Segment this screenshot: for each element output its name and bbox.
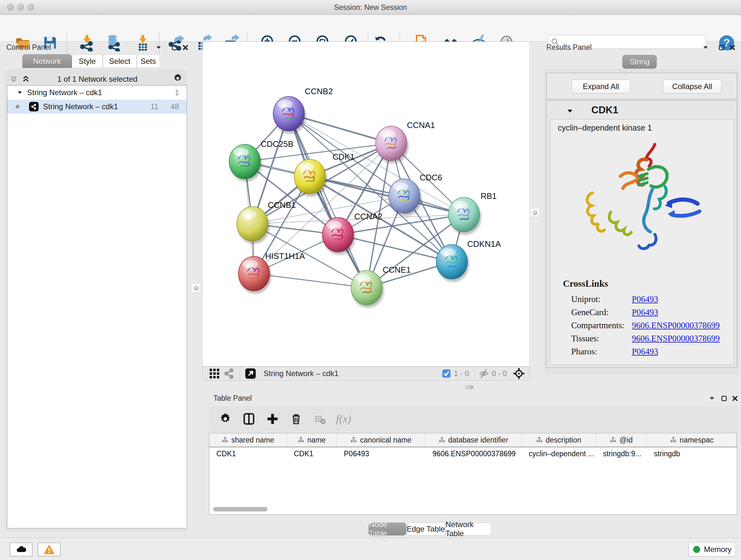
column-header-shared-name[interactable]: shared name: [209, 433, 287, 447]
tab-network-table[interactable]: Network Table: [445, 523, 491, 536]
selected-checkbox-icon[interactable]: [442, 369, 451, 378]
column-header--id[interactable]: @id: [596, 433, 647, 447]
footer-separator: [240, 368, 240, 379]
network-node-CCNB2[interactable]: [273, 97, 306, 134]
column-header-description[interactable]: description: [522, 433, 596, 447]
network-row[interactable]: String Network – cdk1 11 48: [7, 100, 187, 114]
selected-counts: 1 - 0: [454, 369, 469, 378]
network-edge[interactable]: [289, 114, 367, 288]
network-collection-row[interactable]: String Network – cdk1 1: [7, 85, 187, 100]
results-tab-string[interactable]: String: [622, 55, 657, 69]
network-view-title: String Network – cdk1: [264, 369, 442, 378]
right-splitter-handle[interactable]: [531, 209, 539, 216]
collapse-all-networks-icon[interactable]: [9, 74, 18, 84]
main-toolbar: ?: [0, 15, 741, 42]
column-header-canonical-name[interactable]: canonical name: [337, 433, 426, 447]
network-share-icon[interactable]: [222, 366, 237, 381]
network-current-dot: [16, 105, 19, 109]
entry-gene-name: CDK1: [591, 105, 618, 116]
results-panel-close-icon[interactable]: [728, 43, 737, 52]
import-network-button[interactable]: [77, 34, 96, 52]
crosslink-label: GeneCard:: [571, 307, 632, 317]
tab-sets[interactable]: Sets: [137, 54, 160, 68]
network-node-CCNE1[interactable]: [351, 270, 384, 308]
cloud-button[interactable]: [10, 543, 32, 557]
fit-crosshair-icon[interactable]: [513, 368, 525, 380]
results-panel-float-icon[interactable]: [717, 43, 726, 52]
crosslink-link[interactable]: 9606.ENSP00000378699: [632, 334, 720, 344]
table-horizontal-scrollbar[interactable]: [213, 507, 267, 511]
control-panel-close-icon[interactable]: [181, 43, 190, 52]
crosslink-link[interactable]: P06493: [632, 307, 658, 317]
collection-expand-icon[interactable]: [17, 90, 23, 96]
column-header-label: description: [546, 436, 581, 444]
network-node-CCNA1[interactable]: [376, 126, 408, 164]
network-node-CDC6[interactable]: [389, 179, 421, 216]
network-canvas[interactable]: CCNB2CCNA1CDC25BCDK1CDC6RB1CCNB1CCNA2CDK…: [202, 42, 530, 367]
table-cell: CDK1: [287, 447, 337, 461]
title-bar: Session: New Session: [0, 0, 741, 15]
table-panel-close-icon[interactable]: [730, 394, 740, 403]
show-columns-icon[interactable]: [242, 412, 256, 426]
cloud-icon: [15, 544, 27, 555]
collapse-all-button[interactable]: Collapse All: [663, 79, 722, 94]
import-network-from-database-button[interactable]: [104, 34, 123, 52]
create-column-icon[interactable]: [265, 412, 280, 426]
table-cell: CDK1: [209, 447, 287, 461]
column-header-label: namespac: [680, 436, 714, 444]
table-cell: cyclin–dependent ...: [522, 447, 596, 461]
crosslink-link[interactable]: P06493: [632, 347, 658, 357]
tab-network[interactable]: Network: [22, 54, 72, 68]
birdseye-view-icon[interactable]: [243, 366, 258, 381]
control-panel-menu-icon[interactable]: [154, 43, 163, 52]
memory-label: Memory: [704, 545, 732, 554]
column-header-database-identifier[interactable]: database identifier: [425, 433, 522, 447]
import-network-icon: [78, 34, 95, 51]
network-node-CCNB1[interactable]: [237, 206, 270, 244]
tab-edge-table[interactable]: Edge Table: [406, 523, 445, 536]
table-panel-float-icon[interactable]: [719, 394, 729, 403]
network-node-RB1[interactable]: [448, 197, 481, 235]
table-import-icon: [134, 34, 151, 51]
table-row[interactable]: CDK1CDK1P064939606.ENSP00000378699cyclin…: [209, 447, 737, 461]
node-label-CDC25B: CDC25B: [261, 139, 293, 149]
memory-button[interactable]: Memory: [689, 543, 736, 557]
function-builder-icon: f(x): [336, 413, 351, 425]
column-header-name[interactable]: name: [287, 433, 337, 447]
network-node-CCNA2[interactable]: [322, 217, 355, 255]
tab-node-table[interactable]: Node Table: [368, 523, 406, 536]
network-tree: String Network – cdk1 1 String Network –…: [7, 85, 187, 528]
expand-all-networks-icon[interactable]: [21, 74, 30, 84]
column-type-icon: [610, 437, 616, 443]
node-label-RB1: RB1: [481, 191, 497, 201]
network-selection-status: 1 of 1 Network selected: [35, 75, 159, 84]
control-panel-float-icon[interactable]: [170, 43, 179, 52]
grid-view-icon[interactable]: [207, 366, 222, 381]
network-options-gear-icon[interactable]: [173, 73, 183, 83]
warnings-button[interactable]: [38, 543, 61, 557]
table-panel-title: Table Panel: [213, 394, 252, 402]
tab-select[interactable]: Select: [103, 54, 137, 68]
node-label-HIST1H1A: HIST1H1A: [265, 251, 305, 261]
network-node-CDKN1A[interactable]: [436, 245, 469, 282]
crosslink-link[interactable]: 9606.ENSP00000378699: [632, 320, 720, 330]
horizontal-splitter-handle[interactable]: [465, 385, 474, 389]
entry-collapse-icon[interactable]: [566, 108, 574, 116]
delete-column-icon[interactable]: [289, 412, 304, 426]
left-splitter-handle[interactable]: [192, 284, 200, 292]
network-node-CDC25B[interactable]: [229, 144, 262, 182]
network-node-CDK1[interactable]: [294, 159, 327, 197]
crosslink-link[interactable]: P06493: [632, 294, 658, 304]
table-settings-gear-icon[interactable]: [218, 412, 232, 426]
column-type-icon: [439, 437, 445, 443]
entry-detail-box: cyclin–dependent kinase 1 CrossLinks Uni…: [550, 119, 734, 365]
crosslinks-title: CrossLinks: [563, 278, 608, 289]
column-header-namespac[interactable]: namespac: [647, 433, 737, 447]
table-panel-menu-icon[interactable]: [707, 394, 717, 403]
crosslink-row: Compartments:9606.ENSP00000378699: [571, 320, 735, 330]
results-panel-menu-icon[interactable]: [701, 43, 711, 52]
table-cell: stringdb: [647, 447, 737, 461]
expand-all-button[interactable]: Expand All: [571, 79, 630, 94]
import-table-button[interactable]: [133, 34, 152, 52]
tab-style[interactable]: Style: [72, 54, 103, 68]
